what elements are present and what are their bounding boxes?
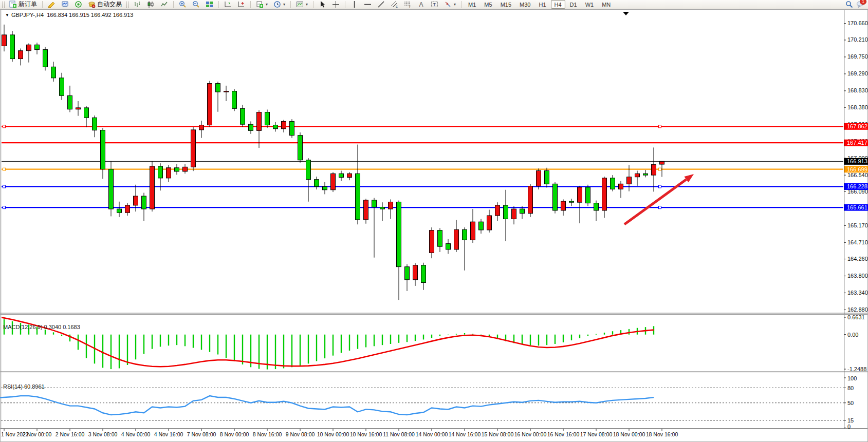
- svg-text:15 Nov 08:00: 15 Nov 08:00: [482, 431, 514, 437]
- timeframe-MN[interactable]: MN: [598, 0, 614, 9]
- tile-windows-button[interactable]: [204, 0, 215, 9]
- svg-text:50: 50: [847, 400, 854, 406]
- svg-text:10 Nov 16:00: 10 Nov 16:00: [350, 431, 382, 437]
- timeframe-M5[interactable]: M5: [481, 0, 495, 9]
- horizontal-line-icon: [364, 1, 372, 8]
- toolbar-grip[interactable]: [2, 2, 5, 8]
- template-button[interactable]: ▾: [294, 0, 310, 9]
- separator: [345, 1, 345, 8]
- zoom-out-icon: [192, 1, 200, 8]
- timeframe-group: M1M5M15M30H1H4D1W1MN: [465, 0, 614, 9]
- text-label-icon: T: [431, 1, 438, 8]
- svg-text:166.228: 166.228: [847, 183, 867, 189]
- svg-text:162.880: 162.880: [847, 306, 868, 313]
- add-chart-icon: [256, 1, 264, 8]
- auto-trading-button[interactable]: 自动交易: [86, 0, 124, 9]
- arrow-shapes-button[interactable]: ▾: [442, 0, 458, 9]
- toolbar-grip[interactable]: [126, 2, 129, 8]
- svg-text:14 Nov 00:00: 14 Nov 00:00: [416, 431, 448, 437]
- text-button[interactable]: A: [415, 0, 427, 9]
- svg-text:T: T: [433, 2, 436, 7]
- svg-text:163.800: 163.800: [847, 273, 868, 279]
- price-chart-canvas[interactable]: 170.660170.210169.750169.290168.830168.3…: [0, 9, 868, 442]
- trendline-button[interactable]: [375, 0, 387, 9]
- svg-text:170.210: 170.210: [847, 36, 868, 43]
- svg-text:E: E: [396, 5, 398, 8]
- svg-text:18 Nov 00:00: 18 Nov 00:00: [613, 431, 645, 437]
- svg-text:163.340: 163.340: [847, 290, 868, 296]
- indicator-add-button[interactable]: [235, 0, 247, 9]
- fibonacci-button[interactable]: F: [402, 0, 414, 9]
- vertical-line-icon: [350, 1, 358, 8]
- timeframe-H4[interactable]: H4: [551, 0, 565, 9]
- new-order-label: 新订单: [19, 0, 37, 9]
- crosshair-button[interactable]: [330, 0, 342, 9]
- equidistant-channel-button[interactable]: E: [389, 0, 400, 9]
- separator: [290, 1, 291, 8]
- cursor-button[interactable]: [317, 0, 328, 9]
- signal-button[interactable]: [72, 0, 84, 9]
- bar-chart-button[interactable]: [132, 0, 143, 9]
- timeframe-M30[interactable]: M30: [516, 0, 534, 9]
- svg-text:166.540: 166.540: [847, 172, 868, 178]
- svg-text:167.862: 167.862: [847, 123, 867, 129]
- bar-chart-icon: [134, 1, 141, 8]
- timeframe-D1[interactable]: D1: [566, 0, 581, 9]
- signal-icon: [75, 1, 82, 8]
- auto-trading-label: 自动交易: [97, 0, 122, 9]
- svg-text:0.6631: 0.6631: [847, 314, 865, 320]
- text-label-button[interactable]: T: [429, 0, 440, 9]
- cursor-icon: [319, 1, 326, 8]
- separator: [218, 1, 219, 8]
- ohlc-values: 166.834 166.915 166.492 166.913: [47, 12, 133, 18]
- chevron-down-icon[interactable]: ▼: [5, 13, 9, 17]
- timeframe-W1[interactable]: W1: [582, 0, 598, 9]
- chart-window-button[interactable]: [59, 0, 71, 9]
- zoom-in-button[interactable]: [177, 0, 189, 9]
- svg-text:170.660: 170.660: [847, 20, 868, 26]
- search-icon[interactable]: [845, 1, 853, 8]
- svg-text:3 Nov 08:00: 3 Nov 08:00: [88, 431, 118, 437]
- line-chart-button[interactable]: [158, 0, 170, 9]
- svg-text:11 Nov 08:00: 11 Nov 08:00: [383, 431, 415, 437]
- svg-text:A: A: [419, 1, 423, 8]
- new-order-icon: [9, 1, 17, 8]
- svg-text:F: F: [409, 5, 411, 8]
- crayon-button[interactable]: [46, 0, 58, 9]
- new-order-button[interactable]: 新订单: [7, 0, 39, 9]
- timeframe-M15[interactable]: M15: [497, 0, 515, 9]
- svg-text:17 Nov 08:00: 17 Nov 08:00: [580, 431, 613, 437]
- svg-text:168.380: 168.380: [847, 104, 868, 110]
- svg-text:166.913: 166.913: [847, 158, 867, 164]
- clock-period-button[interactable]: ▾: [271, 0, 287, 9]
- svg-text:8 Nov 16:00: 8 Nov 16:00: [253, 431, 282, 437]
- svg-text:2 Nov 16:00: 2 Nov 16:00: [56, 431, 85, 437]
- rsi-indicator-label: RSI(14) 60.8961: [3, 383, 45, 390]
- candlestick-chart-button[interactable]: [145, 0, 157, 9]
- svg-text:-1.2488: -1.2488: [847, 366, 866, 372]
- zoom-out-button[interactable]: [190, 0, 202, 9]
- svg-text:15: 15: [847, 417, 854, 424]
- comments-button[interactable]: 1: [856, 1, 864, 8]
- svg-text:0.00: 0.00: [847, 332, 858, 338]
- svg-text:165.661: 165.661: [847, 204, 867, 210]
- indicator-list-button[interactable]: [222, 0, 234, 9]
- vertical-line-button[interactable]: [348, 0, 360, 9]
- horizontal-line-button[interactable]: [362, 0, 374, 9]
- macd-indicator-label: MACD(12,26,9) 0.3040 0.1683: [3, 324, 80, 330]
- notification-badge: 1: [860, 0, 866, 5]
- line-chart-icon: [160, 1, 168, 8]
- arrow-shapes-icon: [444, 1, 452, 8]
- symbol-timeframe: GBPJPY-,H4: [11, 12, 44, 18]
- svg-text:169.290: 169.290: [847, 70, 868, 76]
- svg-text:16 Nov 16:00: 16 Nov 16:00: [547, 431, 580, 437]
- timeframe-H1[interactable]: H1: [535, 0, 549, 9]
- add-chart-button[interactable]: ▾: [254, 0, 270, 9]
- svg-text:16 Nov 00:00: 16 Nov 00:00: [514, 431, 547, 437]
- timeframe-M1[interactable]: M1: [465, 0, 479, 9]
- separator: [250, 1, 251, 8]
- fibonacci-icon: F: [404, 1, 412, 8]
- separator: [461, 1, 461, 8]
- tile-windows-icon: [206, 1, 213, 8]
- indicator-list-icon: [224, 1, 232, 8]
